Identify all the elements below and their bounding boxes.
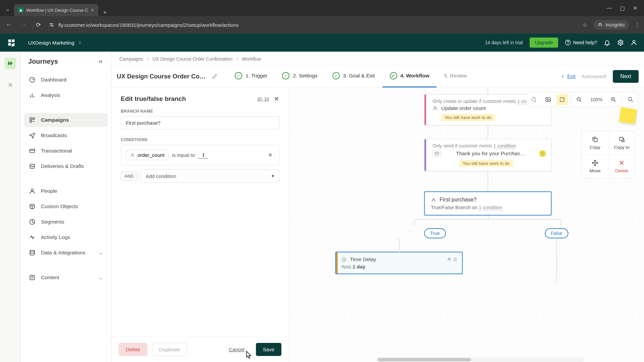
- duplicate-button[interactable]: Duplicate: [152, 343, 187, 356]
- editor-id[interactable]: ID: 10: [257, 97, 269, 102]
- svg-point-5: [568, 44, 568, 44]
- node-thank-you-email[interactable]: Only send if customer meets 1 condition …: [424, 139, 551, 171]
- upgrade-button[interactable]: Upgrade: [530, 38, 558, 48]
- svg-rect-12: [30, 118, 32, 119]
- new-tab-button[interactable]: ＋: [100, 8, 110, 16]
- sidebar-item-dashboard[interactable]: Dashboard: [24, 73, 108, 87]
- rail-secondary[interactable]: [5, 79, 16, 90]
- remove-condition-icon[interactable]: ✕: [268, 152, 274, 158]
- step-settings[interactable]: ✓2. Settings: [275, 65, 325, 87]
- sidebar-item-deliveries[interactable]: Deliveries & Drafts: [24, 159, 108, 173]
- next-button[interactable]: Next: [613, 70, 639, 83]
- sidebar-item-people[interactable]: People: [24, 184, 108, 198]
- add-condition-dropdown[interactable]: Add condition ▾: [141, 169, 279, 183]
- note-icon[interactable]: [556, 94, 568, 105]
- branch-false-pill[interactable]: False: [545, 228, 568, 238]
- editor-panel: Edit true/false branch ID: 10 ✕ BRANCH N…: [111, 87, 289, 362]
- condition-attribute-chip[interactable]: order_count: [126, 150, 169, 160]
- account-icon[interactable]: [631, 39, 637, 46]
- sidebar-item-segments[interactable]: Segments: [24, 215, 108, 229]
- sidebar-item-custom-objects[interactable]: Custom Objects: [24, 199, 108, 214]
- todo-badge: You still have work to do: [459, 160, 513, 167]
- app-header: UXDesign Marketing 14 days left in trial…: [0, 34, 644, 52]
- breadcrumb-campaign-name[interactable]: UX Design Course Order Confirmation: [153, 56, 233, 62]
- sidebar-item-activity-logs[interactable]: Activity Logs: [24, 230, 108, 244]
- zoom-out-icon[interactable]: [574, 94, 585, 105]
- branch-true-pill[interactable]: True: [424, 228, 446, 238]
- rail-journeys[interactable]: [5, 58, 16, 69]
- action-copy[interactable]: Copy: [582, 131, 608, 155]
- horizontal-scrollbar[interactable]: [376, 357, 584, 362]
- close-icon[interactable]: ✕: [91, 8, 94, 13]
- incognito-badge[interactable]: Incognito: [593, 20, 629, 29]
- bookmark-icon[interactable]: ☆: [583, 22, 587, 28]
- svg-rect-14: [30, 121, 32, 122]
- branch-name-input[interactable]: [121, 116, 279, 129]
- browser-tab[interactable]: ◆ Workflow | UX Design Course C ✕: [14, 4, 98, 16]
- breadcrumb-current: Workflow: [242, 56, 261, 62]
- condition-operator[interactable]: is equal to: [172, 152, 195, 158]
- sidebar-item-campaigns[interactable]: Campaigns: [24, 113, 108, 127]
- workspace-switcher[interactable]: UXDesign Marketing: [28, 40, 82, 46]
- action-move[interactable]: Move: [582, 155, 608, 178]
- delete-button[interactable]: Delete: [119, 343, 147, 356]
- browser-menu-icon[interactable]: ⋮: [635, 22, 640, 28]
- and-operator-chip[interactable]: AND: [121, 171, 137, 181]
- back-icon[interactable]: ←: [4, 21, 13, 28]
- site-settings-icon[interactable]: [48, 22, 55, 28]
- step-workflow[interactable]: ✓4. Workflow: [382, 65, 437, 87]
- tab-list-dropdown[interactable]: [3, 4, 13, 16]
- trial-notice: 14 days left in trial: [485, 40, 523, 45]
- sticky-note[interactable]: [619, 107, 637, 124]
- help-link[interactable]: Need help?: [565, 40, 597, 46]
- collapse-sidebar-icon[interactable]: [98, 59, 104, 65]
- svg-rect-36: [620, 137, 623, 140]
- window-close-icon[interactable]: ✕: [633, 5, 637, 11]
- maximize-icon[interactable]: ▢: [620, 5, 625, 11]
- search-icon[interactable]: [625, 94, 636, 105]
- autosaved-label: Autosaved!: [582, 73, 607, 79]
- action-copy-to[interactable]: Copy to: [608, 131, 635, 155]
- sidebar: Journeys Dashboard Analysis Campaigns Br…: [21, 52, 111, 362]
- sidebar-item-content[interactable]: Content ⌄: [24, 270, 108, 285]
- svg-point-37: [434, 107, 436, 108]
- svg-point-6: [620, 42, 622, 44]
- svg-point-17: [31, 189, 34, 191]
- cancel-button[interactable]: Cancel: [222, 343, 251, 356]
- svg-line-34: [631, 100, 633, 102]
- condition-value-input[interactable]: [198, 152, 208, 159]
- settings-icon[interactable]: [617, 39, 624, 46]
- minimize-icon[interactable]: —: [606, 5, 612, 11]
- action-delete[interactable]: ✕ Delete: [608, 155, 635, 178]
- zoom-level[interactable]: 100%: [588, 97, 605, 102]
- step-goal-exit[interactable]: ✓3. Goal & Exit: [325, 65, 382, 87]
- exit-link[interactable]: Exit: [560, 73, 576, 79]
- insights-icon[interactable]: [528, 94, 540, 105]
- condition-row: order_count is equal to ✕: [121, 145, 279, 165]
- sidebar-item-analysis[interactable]: Analysis: [24, 88, 108, 102]
- zoom-in-icon[interactable]: [608, 94, 619, 105]
- svg-line-30: [614, 100, 616, 102]
- step-trigger[interactable]: ✓1. Trigger: [227, 65, 275, 87]
- tab-favicon-icon: ◆: [18, 7, 23, 13]
- svg-point-40: [449, 258, 450, 259]
- workflow-canvas[interactable]: 100% Copy Copy to: [289, 87, 644, 362]
- sidebar-item-transactional[interactable]: Transactional: [24, 144, 108, 158]
- svg-rect-16: [30, 164, 34, 168]
- image-icon[interactable]: [542, 94, 554, 105]
- node-first-purchase-branch[interactable]: First purchase? True/False Branch on 1 c…: [424, 191, 551, 216]
- logo-icon[interactable]: [7, 38, 16, 47]
- address-bar[interactable]: fly.customer.io/workspaces/160831/journe…: [58, 22, 239, 28]
- sidebar-item-broadcasts[interactable]: Broadcasts: [24, 128, 108, 142]
- sidebar-item-data-integrations[interactable]: Data & Integrations ⌄: [24, 246, 108, 260]
- forward-icon[interactable]: →: [19, 21, 28, 28]
- save-button[interactable]: Save: [256, 343, 281, 356]
- breadcrumb-campaigns[interactable]: Campaigns: [119, 56, 143, 62]
- node-time-delay[interactable]: Time Delay 0 Wait 1 day: [335, 252, 463, 274]
- reload-icon[interactable]: ⟳: [34, 21, 43, 28]
- step-review[interactable]: 5. Review: [437, 65, 474, 87]
- edit-title-icon[interactable]: [212, 74, 217, 79]
- close-editor-icon[interactable]: ✕: [274, 95, 279, 103]
- node-actions-panel: Copy Copy to Move ✕ Delete: [582, 131, 635, 178]
- notifications-icon[interactable]: [604, 39, 610, 46]
